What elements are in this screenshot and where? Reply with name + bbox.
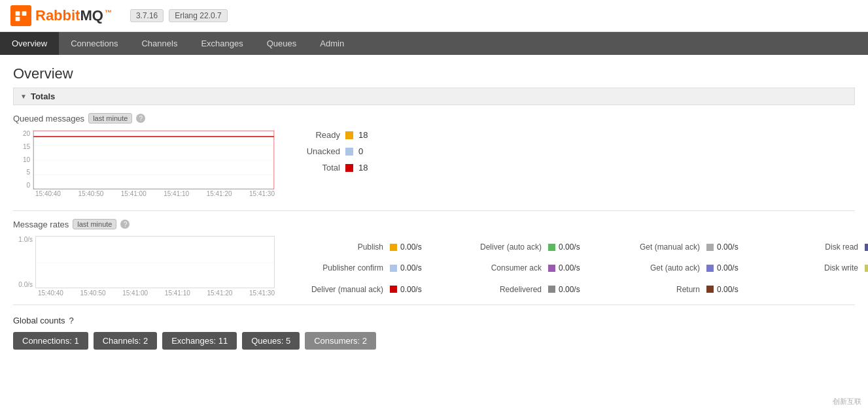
rates-chart-inner: 1.0/s 0.0/s (13, 236, 275, 288)
rate-pub-confirm-label: Publisher confirm (288, 263, 386, 273)
rates-x-0: 15:40:40 (38, 289, 63, 297)
rate-deliver-auto-val: 0.00/s (548, 242, 600, 252)
rate-return-label: Return (604, 285, 703, 294)
rate-consumer-ack-dot (548, 265, 555, 272)
rate-get-manual-label: Get (manual ack) (604, 242, 703, 252)
rate-disk-read-label: Disk read (763, 242, 861, 252)
header: RabbitMQ™ 3.7.16 Erlang 22.0.7 (0, 0, 868, 32)
rate-return-num: 0.00/s (717, 285, 738, 294)
totals-label: Totals (31, 91, 55, 101)
chart-svg (33, 131, 274, 190)
x-axis: 15:40:40 15:40:50 15:41:00 15:41:10 15:4… (13, 190, 275, 197)
rate-disk-write-val: 0.00/s (865, 263, 868, 273)
global-counts-help[interactable]: ? (69, 316, 74, 325)
nav-connections[interactable]: Connections (59, 32, 130, 55)
rate-get-manual-num: 0.00/s (717, 242, 738, 252)
rate-redelivered-label: Redelivered (446, 285, 544, 294)
message-rates-help[interactable]: ? (120, 220, 130, 229)
badge-connections[interactable]: Connections: 1 (13, 332, 88, 350)
chart-inner: 20 15 10 5 0 (13, 130, 275, 189)
x-label-3: 15:41:10 (164, 190, 189, 197)
chart-wrapper: 20 15 10 5 0 (13, 130, 275, 197)
rate-publish-num: 0.00/s (400, 242, 422, 252)
rate-redelivered-num: 0.00/s (559, 285, 580, 294)
x-label-4: 15:41:20 (207, 190, 232, 197)
collapse-arrow: ▼ (20, 93, 27, 100)
x-label-1: 15:40:50 (78, 190, 103, 197)
y-label-15: 15 (13, 143, 30, 150)
rate-get-auto-dot (706, 265, 714, 272)
divider-2 (13, 305, 855, 305)
global-counts-label-text: Global counts (13, 316, 65, 325)
y-label-10: 10 (13, 156, 30, 163)
rate-deliver-auto-num: 0.00/s (559, 242, 580, 252)
rates-x-axis: 15:40:40 15:40:50 15:41:00 15:41:10 15:4… (13, 289, 275, 297)
stat-ready: Ready 18 (288, 130, 855, 140)
stat-total-value: 18 (358, 163, 368, 173)
nav-exchanges[interactable]: Exchanges (189, 32, 254, 55)
rate-deliver-auto-dot (548, 244, 555, 251)
x-label-2: 15:41:00 (121, 190, 147, 197)
nav-queues[interactable]: Queues (255, 32, 309, 55)
rate-consumer-ack-label: Consumer ack (446, 263, 544, 273)
rate-deliver-manual-val: 0.00/s (390, 285, 442, 294)
rates-stats-grid: Publish 0.00/s Deliver (auto ack) 0.00/s… (288, 236, 868, 297)
rate-redelivered-val: 0.00/s (548, 285, 600, 294)
badge-exchanges[interactable]: Exchanges: 11 (162, 332, 237, 350)
rates-x-5: 15:41:30 (249, 289, 275, 297)
rates-chart-area (35, 236, 275, 288)
queued-messages-label: Queued messages (13, 114, 84, 124)
rates-chart-wrapper: 1.0/s 0.0/s 15:40:40 15:40:50 15:41: (13, 236, 275, 297)
nav-overview[interactable]: Overview (0, 32, 59, 55)
stat-total-label: Total (288, 163, 340, 173)
rate-pub-confirm-dot (390, 265, 397, 272)
queued-messages-help[interactable]: ? (136, 114, 145, 123)
rates-chart: 1.0/s 0.0/s 15:40:40 15:40:50 15:41: (13, 236, 275, 297)
x-label-5: 15:41:30 (249, 190, 275, 197)
erlang-badge: Erlang 22.0.7 (169, 9, 227, 22)
rates-y-axis: 1.0/s 0.0/s (13, 236, 35, 288)
rate-disk-read-val: 0.00/s (865, 242, 868, 252)
rate-deliver-manual-dot (390, 286, 397, 293)
badge-consumers[interactable]: Consumers: 2 (305, 332, 376, 350)
rates-y-bot: 0.0/s (13, 281, 33, 288)
global-counts-header: Global counts ? (13, 316, 855, 325)
rate-consumer-ack-num: 0.00/s (559, 263, 580, 273)
badge-channels[interactable]: Channels: 2 (94, 332, 157, 350)
page-title: Overview (13, 65, 855, 82)
count-badges: Connections: 1 Channels: 2 Exchanges: 11… (13, 332, 855, 350)
rate-get-manual-val: 0.00/s (706, 242, 759, 252)
divider-1 (13, 210, 855, 211)
rates-x-1: 15:40:50 (80, 289, 106, 297)
rate-deliver-manual-num: 0.00/s (400, 285, 422, 294)
version-info: 3.7.16 Erlang 22.0.7 (130, 9, 228, 22)
rate-deliver-auto-label: Deliver (auto ack) (446, 242, 544, 252)
rates-x-3: 15:41:10 (165, 289, 190, 297)
y-label-0: 0 (13, 182, 30, 189)
rate-pub-confirm-num: 0.00/s (400, 263, 422, 273)
badge-queues[interactable]: Queues: 5 (242, 332, 300, 350)
stat-unacked-label: Unacked (288, 146, 340, 156)
logo: RabbitMQ™ (10, 5, 112, 26)
svg-rect-1 (22, 11, 27, 16)
queued-messages-chart: 20 15 10 5 0 (13, 130, 275, 197)
message-rates-period[interactable]: last minute (73, 219, 116, 229)
rate-publish-dot (390, 244, 397, 251)
totals-section[interactable]: ▼ Totals (13, 88, 855, 105)
rate-get-manual-dot (706, 244, 714, 251)
nav-admin[interactable]: Admin (308, 32, 356, 55)
logo-text: RabbitMQ™ (35, 7, 112, 24)
rates-svg (36, 237, 274, 289)
rates-x-2: 15:41:00 (122, 289, 148, 297)
rate-publish-label: Publish (288, 242, 386, 252)
nav-channels[interactable]: Channels (130, 32, 189, 55)
rate-return-val: 0.00/s (706, 285, 759, 294)
queued-messages-header: Queued messages last minute ? (13, 113, 855, 124)
stat-unacked-value: 0 (358, 146, 363, 156)
chart-area (33, 130, 275, 189)
queued-messages-period[interactable]: last minute (88, 113, 132, 124)
stat-ready-color (345, 131, 353, 139)
rate-disk-read-dot (865, 244, 868, 251)
queued-messages-row: 20 15 10 5 0 (13, 130, 855, 197)
version-badge: 3.7.16 (130, 9, 164, 22)
